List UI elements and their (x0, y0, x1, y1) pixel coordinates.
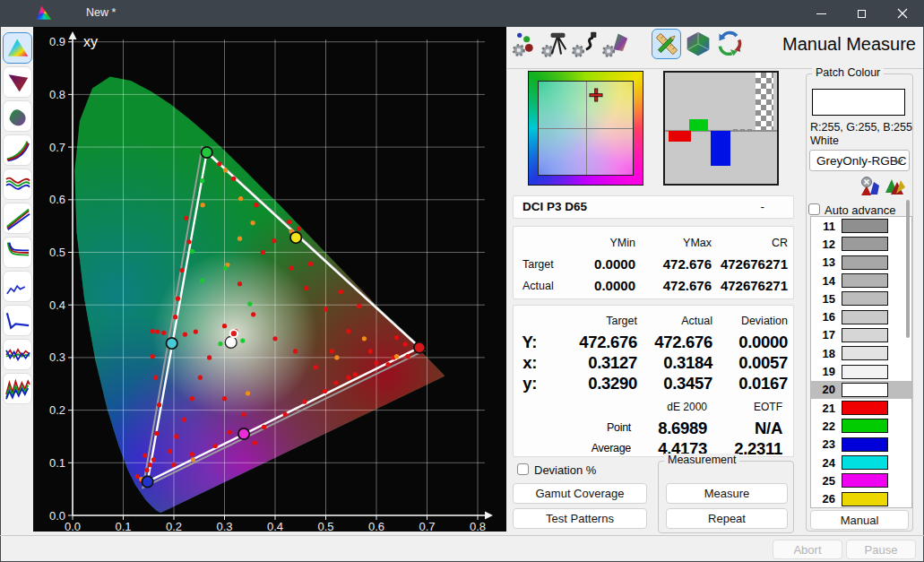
sidebar-item-delta-uv-line[interactable] (3, 271, 32, 302)
gamut-patches-icon (884, 175, 907, 198)
patch-row-14[interactable]: 14 (811, 272, 911, 290)
measured-point-crosshair-icon (589, 88, 603, 102)
patch-swatch (842, 365, 888, 379)
sidebar-item-cie-uv-chart[interactable] (3, 66, 32, 98)
footer-separator (0, 535, 924, 536)
convert-arrows-icon (716, 30, 743, 57)
sidebar-item-eotf-curves[interactable] (3, 134, 32, 166)
svg-text:0.3: 0.3 (49, 350, 65, 364)
svg-text:0.7: 0.7 (419, 520, 435, 532)
sidebar-item-cie-xy-chart[interactable] (3, 32, 32, 64)
patch-row-12[interactable]: 12 (811, 235, 911, 253)
svg-text:0.3: 0.3 (216, 520, 232, 532)
gamut-patches-button[interactable] (883, 174, 907, 198)
manual-button[interactable]: Manual (810, 510, 909, 530)
svg-text:0.9: 0.9 (49, 35, 65, 48)
app-gamut-icon (36, 5, 52, 22)
close-button[interactable] (882, 0, 922, 27)
remove-patches-icon (859, 175, 882, 198)
patch-number: 26 (811, 492, 835, 506)
toolbar-profiling-patches-button[interactable] (509, 29, 539, 59)
luminance-target-row: Target 0.0000 472.676 472676271 (522, 254, 786, 275)
abort-button[interactable]: Abort (773, 540, 842, 559)
repeat-button[interactable]: Repeat (666, 508, 788, 529)
luminance-actual-row: Actual 0.0000 472.676 472676271 (522, 275, 786, 297)
patch-row-19[interactable]: 19 (811, 362, 911, 380)
patch-row-23[interactable]: 23 (811, 436, 911, 454)
svg-text:0.5: 0.5 (317, 520, 333, 532)
minimize-button[interactable] (801, 0, 842, 27)
gamut-3d-icon (5, 105, 30, 128)
cie-chromaticity-chart: 0.00.10.20.30.40.50.60.70.80.90.00.10.20… (33, 27, 506, 532)
patch-row-20[interactable]: 20 (811, 381, 911, 399)
patch-row-16[interactable]: 16 (811, 307, 911, 325)
svg-text:0.2: 0.2 (166, 520, 182, 532)
patch-row-18[interactable]: 18 (811, 344, 911, 362)
patch-number: 13 (811, 255, 835, 269)
patch-number: 16 (811, 310, 835, 324)
patch-number: 23 (811, 437, 835, 451)
profiling-patches-icon (511, 30, 538, 57)
rgb-response-icon (5, 207, 30, 230)
test-patterns-button[interactable]: Test Patterns (513, 508, 647, 529)
toolbar-probe-tripod-button[interactable] (540, 29, 569, 59)
sidebar-item-rgb-response-lines[interactable] (3, 203, 32, 234)
toolbar-probe-connection-button[interactable] (570, 29, 600, 59)
patch-number: 24 (811, 456, 835, 470)
toolbar-convert-arrows-button[interactable] (714, 29, 744, 59)
luminance-line-icon (5, 309, 30, 333)
app-window: New * 0.00.10.20.30.40.50.60.70.80 (0, 0, 924, 562)
patch-row-13[interactable]: 13 (811, 254, 911, 272)
rgb-noise-icon (5, 377, 30, 401)
patch-row-25[interactable]: 25 (811, 471, 911, 489)
pause-button[interactable]: Pause (846, 540, 916, 559)
patch-swatch (842, 219, 888, 233)
deviation-percent-checkbox[interactable] (517, 463, 529, 475)
minimize-icon (816, 13, 826, 14)
auto-advance-checkbox[interactable] (808, 203, 820, 215)
patch-swatch (842, 437, 888, 452)
sidebar-item-gamut-3d-view[interactable] (3, 100, 32, 132)
patch-colour-name: White (810, 134, 839, 147)
patch-row-17[interactable]: 17 (811, 326, 911, 344)
probe-connection-icon (572, 30, 599, 57)
patch-swatch (842, 237, 888, 251)
patch-row-22[interactable]: 22 (811, 417, 911, 435)
patch-row-21[interactable]: 21 (811, 399, 911, 417)
ymax-header: YMax (635, 232, 712, 254)
patch-row-11[interactable]: 11 (811, 217, 911, 235)
patch-swatch (842, 346, 888, 360)
sidebar-item-rgb-error-lines[interactable] (3, 339, 32, 370)
patch-row-15[interactable]: 15 (811, 290, 911, 307)
patch-number: 21 (811, 402, 835, 415)
sidebar-item-luminance-line[interactable] (3, 305, 32, 336)
patch-number: 19 (811, 365, 835, 378)
toolbar-gamut-profile-button[interactable] (600, 29, 630, 59)
maximize-button[interactable] (842, 0, 882, 27)
svg-text:0.1: 0.1 (49, 456, 65, 470)
svg-text:0.1: 0.1 (115, 520, 131, 532)
patch-row-24[interactable]: 24 (811, 454, 911, 471)
gamut-coverage-button[interactable]: Gamut Coverage (513, 483, 647, 504)
svg-text:0.8: 0.8 (49, 88, 65, 101)
sidebar-item-rgb-noise-lines[interactable] (3, 373, 32, 404)
patch-list-scrollbar[interactable] (906, 200, 910, 338)
measure-button[interactable]: Measure (666, 483, 788, 504)
delta-uv-icon (5, 275, 30, 298)
sidebar-item-rgb-balance-curves[interactable] (3, 169, 32, 200)
svg-text:xy: xy (83, 34, 98, 49)
remove-patches-button[interactable] (858, 174, 882, 198)
y-chromaticity-row: y: 0.3290 0.3457 0.0167 (514, 373, 786, 393)
toolbar-lut-cube-button[interactable] (683, 29, 712, 59)
rgb-saturation-icon (5, 241, 30, 264)
patch-set-dropdown[interactable]: GreyOnly-RGBC (809, 150, 910, 171)
ymin-header: YMin (562, 232, 635, 254)
measurement-group: Measurement Measure Repeat (658, 461, 794, 533)
patch-row-26[interactable]: 26 (811, 489, 911, 507)
cie-uv-chart-icon (5, 71, 30, 94)
patch-list: 11121314151617181920212223242526 (810, 216, 912, 508)
sidebar-item-rgb-saturation-curves[interactable] (3, 237, 32, 268)
patch-swatch (842, 310, 888, 324)
page-title: Manual Measure (782, 34, 916, 55)
toolbar-manual-measure-button[interactable] (652, 29, 681, 59)
